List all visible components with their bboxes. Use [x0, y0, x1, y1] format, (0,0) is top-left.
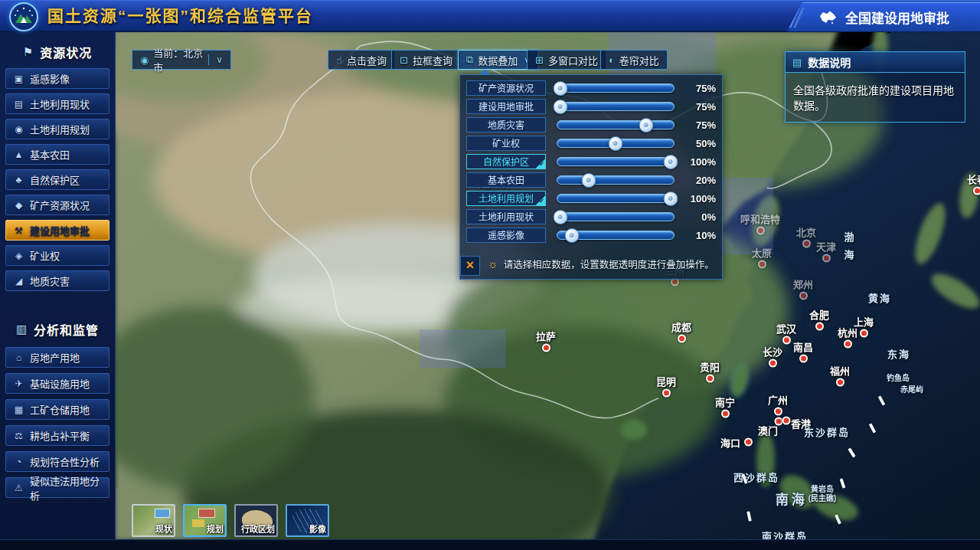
slider-track[interactable] — [557, 102, 675, 111]
sidebar-item-farmland-balance[interactable]: ⚖ 耕地占补平衡 — [5, 425, 109, 446]
opacity-slider[interactable] — [557, 194, 675, 203]
slider-track[interactable] — [557, 83, 675, 93]
basemap-thumb-imagery[interactable]: 影像 — [286, 504, 329, 537]
close-panel-button[interactable]: × — [460, 256, 480, 276]
opacity-slider[interactable] — [557, 83, 675, 93]
sidebar-item-basic-farmland[interactable]: ▲ 基本农田 — [5, 144, 109, 165]
sidebar-item-label: 矿业权 — [30, 248, 60, 263]
sidebar-item-label: 房地产用地 — [30, 350, 80, 365]
slider-track[interactable] — [557, 212, 675, 221]
sidebar-section-title: 分析和监管 — [34, 320, 99, 339]
toolbar-button-label: 多窗口对比 — [548, 53, 598, 67]
slider-knob[interactable] — [553, 81, 567, 96]
toolbar-button-label: 卷帘对比 — [619, 53, 659, 67]
location-pin-icon: ◉ — [140, 54, 149, 66]
overlay-layer-toggle[interactable]: 土地利用现状 — [466, 209, 546, 224]
header-right-tab[interactable]: 全国建设用地审批 — [787, 2, 980, 31]
sidebar-item-mining-rights[interactable]: ◈ 矿业权 — [5, 245, 109, 266]
bar-chart-icon: ▥ — [16, 322, 28, 336]
overlay-layer-toggle[interactable]: 矿产资源状况 — [466, 80, 546, 96]
slider-knob[interactable] — [565, 228, 580, 243]
sidebar-item-label: 耕地占补平衡 — [30, 428, 90, 443]
data-overlay-panel: 矿产资源状况 75% 建设用地审批 75% — [459, 74, 723, 280]
sidebar-item-icon: ⌂ — [13, 352, 24, 363]
opacity-slider[interactable] — [557, 139, 675, 148]
swipe-compare-button[interactable]: ◐ 卷帘对比 — [600, 50, 668, 70]
sidebar-item-real-estate-land[interactable]: ⌂ 房地产用地 — [5, 347, 109, 368]
sidebar-item-icon: ⚠ — [13, 483, 24, 493]
basemap-thumb-label: 规划 — [207, 522, 224, 535]
sidebar-item-remote-sensing[interactable]: ▣ 遥感影像 — [5, 68, 109, 89]
overlay-row-land-use-planning: 土地利用规划 100% — [466, 191, 716, 206]
slider-knob[interactable] — [639, 118, 654, 133]
sidebar: ⚑ 资源状况 ▣ 遥感影像 ▤ 土地利用现状 ◉ 土地利用规划 — [0, 31, 116, 540]
opacity-slider[interactable] — [557, 102, 675, 111]
overlay-layer-toggle[interactable]: 自然保护区 — [466, 154, 546, 169]
overlay-row-nature-reserve: 自然保护区 100% — [466, 154, 716, 169]
overlay-layer-toggle[interactable]: 土地利用规划 — [466, 191, 546, 206]
sidebar-item-icon: ⚒ — [13, 225, 24, 236]
basemap-thumb-label: 影像 — [309, 522, 326, 535]
china-map-icon — [818, 10, 838, 25]
multi-window-compare-button[interactable]: ⊞ 多窗口对比 — [527, 50, 606, 70]
overlay-layer-toggle[interactable]: 基本农田 — [466, 172, 546, 188]
sidebar-item-land-use-current[interactable]: ▤ 土地利用现状 — [5, 93, 109, 114]
panel-pointer-arrow — [479, 69, 491, 75]
opacity-slider[interactable] — [557, 231, 675, 240]
sidebar-item-label: 遥感影像 — [30, 71, 70, 86]
sidebar-item-planning-compliance[interactable]: ◔ 规划符合性分析 — [5, 451, 109, 472]
opacity-value: 75% — [682, 83, 716, 94]
data-description-panel: ▤ 数据说明 全国各级政府批准的建设项目用地数据。 — [785, 51, 965, 123]
opacity-slider[interactable] — [557, 175, 675, 185]
sidebar-item-construction-land-approval[interactable]: ⚒ 建设用地审批 — [5, 220, 109, 241]
sidebar-item-label: 土地利用规划 — [30, 122, 90, 136]
slider-knob[interactable] — [609, 136, 623, 151]
app-header: 国土资源“一张图”和综合监管平台 全国建设用地审批 — [0, 0, 980, 32]
opacity-slider[interactable] — [557, 120, 675, 129]
current-region-label: 当前：北京市 — [153, 45, 204, 74]
slider-knob[interactable] — [553, 100, 567, 114]
sidebar-item-icon: ◢ — [13, 276, 24, 286]
slider-track[interactable] — [557, 194, 675, 203]
overlay-layer-toggle[interactable]: 建设用地审批 — [466, 99, 546, 114]
sidebar-item-infrastructure-land[interactable]: ✈ 基础设施用地 — [5, 373, 109, 394]
panel-hint-text: 请选择相应数据，设置数据透明度进行叠加操作。 — [504, 257, 714, 271]
sidebar-item-icon: ⚖ — [13, 431, 24, 441]
sidebar-item-industrial-storage-land[interactable]: ▦ 工矿仓储用地 — [5, 399, 109, 420]
opacity-slider[interactable] — [557, 157, 675, 166]
sidebar-item-icon: ♣ — [13, 175, 24, 185]
opacity-value: 75% — [682, 119, 716, 131]
sidebar-item-nature-reserve[interactable]: ♣ 自然保护区 — [5, 169, 109, 190]
box-query-button[interactable]: ⊡ 拉框查询 — [391, 50, 461, 70]
slider-track[interactable] — [557, 175, 675, 185]
overlay-row-basic-farmland: 基本农田 20% — [466, 172, 716, 188]
slider-knob[interactable] — [664, 155, 678, 169]
app-logo — [9, 2, 38, 31]
overlay-layer-toggle[interactable]: 矿业权 — [466, 136, 546, 151]
slider-track[interactable] — [557, 120, 675, 129]
document-icon: ▤ — [792, 57, 802, 68]
sidebar-item-geological-hazards[interactable]: ◢ 地质灾害 — [5, 270, 109, 291]
sidebar-item-icon: ◆ — [13, 200, 24, 211]
basemap-thumb-admin-divisions[interactable]: 行政区划 — [234, 504, 278, 537]
overlay-layer-toggle[interactable]: 遥感影像 — [466, 228, 546, 243]
slider-knob[interactable] — [664, 192, 678, 206]
overlay-layer-toggle[interactable]: 地质灾害 — [466, 117, 546, 133]
chevron-down-icon[interactable]: ∨ — [208, 54, 223, 65]
sidebar-item-suspected-illegal-land[interactable]: ⚠ 疑似违法用地分析 — [5, 477, 109, 498]
sidebar-item-icon: ✈ — [13, 378, 24, 389]
slider-knob[interactable] — [581, 173, 596, 188]
current-region-selector[interactable]: ◉ 当前：北京市 ∨ — [132, 50, 231, 70]
overlay-row-land-use-current: 土地利用现状 0% — [466, 209, 716, 224]
sidebar-item-icon: ▦ — [13, 404, 24, 415]
slider-knob[interactable] — [553, 210, 567, 224]
click-query-button[interactable]: ☝ 点击查询 — [328, 50, 395, 70]
basemap-thumb-current[interactable]: 现状 — [132, 504, 175, 537]
opacity-slider[interactable] — [557, 212, 675, 221]
sidebar-item-label: 规划符合性分析 — [30, 454, 100, 469]
sidebar-item-mineral-resources[interactable]: ◆ 矿产资源状况 — [5, 195, 109, 215]
toolbar-button-label: 点击查询 — [347, 53, 387, 67]
sidebar-item-land-use-planning[interactable]: ◉ 土地利用规划 — [5, 119, 109, 139]
basemap-thumb-planning[interactable]: 规划 — [183, 504, 227, 537]
slider-track[interactable] — [557, 157, 675, 166]
